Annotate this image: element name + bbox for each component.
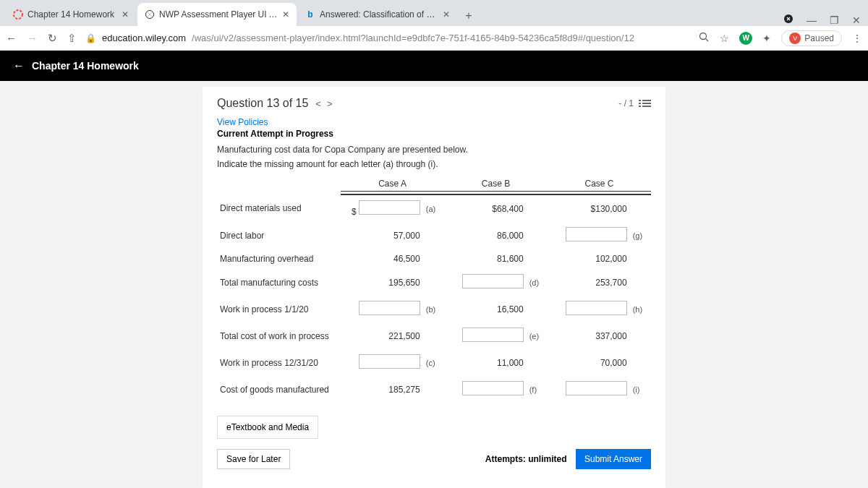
table-row: Direct labor 57,000 86,000 (g) bbox=[217, 222, 651, 249]
new-tab-button[interactable]: + bbox=[459, 6, 479, 26]
val-a: 185,275 bbox=[341, 376, 423, 403]
val-c: 253,700 bbox=[548, 269, 630, 296]
assessment-header: ← Chapter 14 Homework bbox=[0, 51, 868, 81]
input-c[interactable] bbox=[359, 354, 420, 369]
val-a: 195,650 bbox=[341, 269, 423, 296]
browser-tab-strip: Chapter 14 Homework ✕ NWP Assessment Pla… bbox=[0, 0, 868, 26]
paused-label: Paused bbox=[804, 33, 834, 43]
menu-icon[interactable]: ⋮ bbox=[852, 33, 862, 44]
input-i[interactable] bbox=[566, 381, 627, 395]
val-a: 221,500 bbox=[341, 322, 423, 349]
row-label: Direct materials used bbox=[217, 194, 341, 222]
row-label: Total manufacturing costs bbox=[217, 269, 341, 296]
status-dot-icon bbox=[783, 14, 793, 26]
url-path: /was/ui/v2/assessment-player/index.html?… bbox=[192, 33, 634, 43]
close-icon[interactable]: ✕ bbox=[282, 9, 289, 20]
reload-icon[interactable]: ↻ bbox=[48, 32, 57, 45]
nav-back-icon[interactable]: ← bbox=[6, 32, 17, 44]
next-question-icon[interactable]: > bbox=[327, 98, 333, 109]
row-label: Direct labor bbox=[217, 222, 341, 249]
favicon-icon bbox=[13, 9, 23, 20]
question-intro-1: Manufacturing cost data for Copa Company… bbox=[217, 145, 651, 155]
minimize-icon[interactable]: — bbox=[807, 14, 817, 26]
table-row: Total manufacturing costs 195,650 (d) 25… bbox=[217, 269, 651, 296]
letter-d: (d) bbox=[527, 269, 548, 296]
tab-title: NWP Assessment Player UI Appli bbox=[159, 9, 278, 20]
maximize-icon[interactable]: ❐ bbox=[830, 14, 839, 26]
letter-e: (e) bbox=[527, 322, 548, 349]
close-icon[interactable]: ✕ bbox=[443, 9, 450, 20]
close-icon[interactable]: ✕ bbox=[122, 9, 129, 20]
submit-answer-button[interactable]: Submit Answer bbox=[576, 449, 651, 469]
browser-url-bar: ← → ↻ ⇧ 🔒 education.wiley.com/was/ui/v2/… bbox=[0, 26, 868, 51]
input-e[interactable] bbox=[462, 328, 524, 342]
nav-forward-icon[interactable]: → bbox=[27, 32, 38, 44]
profile-avatar-icon: V bbox=[789, 33, 801, 44]
input-d[interactable] bbox=[462, 274, 524, 288]
table-row: Direct materials used $ (a) $68,400 $130… bbox=[217, 194, 651, 222]
close-window-icon[interactable]: ✕ bbox=[852, 14, 861, 26]
question-number: Question 13 of 15 bbox=[217, 97, 308, 110]
val-b: 11,000 bbox=[444, 349, 527, 376]
letter-f: (f) bbox=[527, 376, 548, 403]
row-label: Cost of goods manufactured bbox=[217, 376, 341, 403]
input-b[interactable] bbox=[359, 301, 420, 315]
browser-tab[interactable]: Chapter 14 Homework ✕ bbox=[6, 3, 136, 26]
list-toggle-icon[interactable] bbox=[642, 100, 651, 107]
browser-tab[interactable]: b Answered: Classification of Costs ✕ bbox=[298, 3, 457, 26]
input-g[interactable] bbox=[566, 227, 627, 241]
row-label: Work in process 1/1/20 bbox=[217, 296, 341, 322]
val-c: 337,000 bbox=[548, 322, 630, 349]
lock-icon: 🔒 bbox=[85, 33, 96, 43]
url-host: education.wiley.com bbox=[102, 33, 186, 43]
back-arrow-icon[interactable]: ← bbox=[13, 59, 25, 72]
letter-h: (h) bbox=[630, 296, 651, 322]
table-row: Cost of goods manufactured 185,275 (f) (… bbox=[217, 376, 651, 403]
question-intro-2: Indicate the missing amount for each let… bbox=[217, 159, 651, 169]
url-field[interactable]: 🔒 education.wiley.com/was/ui/v2/assessme… bbox=[85, 33, 690, 43]
table-row: Work in process 1/1/20 (b) 16,500 (h) bbox=[217, 296, 651, 322]
input-h[interactable] bbox=[566, 301, 627, 315]
val-a: 57,000 bbox=[341, 222, 423, 249]
favicon-icon: b bbox=[305, 9, 315, 20]
tab-title: Answered: Classification of Costs bbox=[320, 9, 438, 20]
val-b: 86,000 bbox=[444, 222, 527, 249]
val-a: 46,500 bbox=[341, 249, 423, 269]
input-a[interactable] bbox=[359, 200, 420, 215]
svg-point-3 bbox=[700, 33, 707, 39]
window-controls: — ❐ ✕ bbox=[783, 14, 868, 26]
browser-tab-active[interactable]: NWP Assessment Player UI Appli ✕ bbox=[137, 3, 297, 26]
table-row: Manufacturing overhead 46,500 81,600 102… bbox=[217, 249, 651, 269]
row-label: Manufacturing overhead bbox=[217, 249, 341, 269]
profile-paused-badge[interactable]: V Paused bbox=[781, 30, 842, 46]
currency-symbol: $ bbox=[352, 207, 357, 217]
page-indicator: - / 1 bbox=[618, 98, 634, 108]
page-title: Chapter 14 Homework bbox=[32, 60, 139, 72]
col-case-a: Case A bbox=[378, 179, 407, 189]
save-for-later-button[interactable]: Save for Later bbox=[217, 449, 290, 469]
input-f[interactable] bbox=[462, 381, 524, 395]
letter-b: (b) bbox=[423, 296, 444, 322]
extensions-icon[interactable]: ✦ bbox=[762, 33, 771, 44]
cost-table: Case A Case B Case C Direct materials us… bbox=[217, 175, 651, 403]
home-icon[interactable]: ⇧ bbox=[67, 32, 77, 45]
prev-question-icon[interactable]: < bbox=[315, 98, 321, 109]
letter-g: (g) bbox=[630, 222, 651, 249]
row-label: Work in process 12/31/20 bbox=[217, 349, 341, 376]
attempt-status: Current Attempt in Progress bbox=[217, 129, 651, 139]
question-card: Question 13 of 15 < > - / 1 View Policie… bbox=[203, 87, 665, 488]
etextbook-media-button[interactable]: eTextbook and Media bbox=[217, 416, 318, 439]
col-case-b: Case B bbox=[482, 179, 510, 189]
view-policies-link[interactable]: View Policies bbox=[217, 117, 651, 127]
svg-line-4 bbox=[706, 38, 709, 41]
val-b: 16,500 bbox=[444, 296, 527, 322]
letter-a: (a) bbox=[423, 194, 444, 222]
attempts-label: Attempts: unlimited bbox=[485, 454, 567, 464]
star-icon[interactable]: ☆ bbox=[720, 33, 729, 44]
svg-point-0 bbox=[14, 10, 22, 19]
letter-c: (c) bbox=[423, 349, 444, 376]
search-icon[interactable] bbox=[699, 32, 710, 45]
page-body: Question 13 of 15 < > - / 1 View Policie… bbox=[0, 81, 868, 488]
extension-w-icon[interactable]: W bbox=[739, 32, 752, 45]
row-label: Total cost of work in process bbox=[217, 322, 341, 349]
